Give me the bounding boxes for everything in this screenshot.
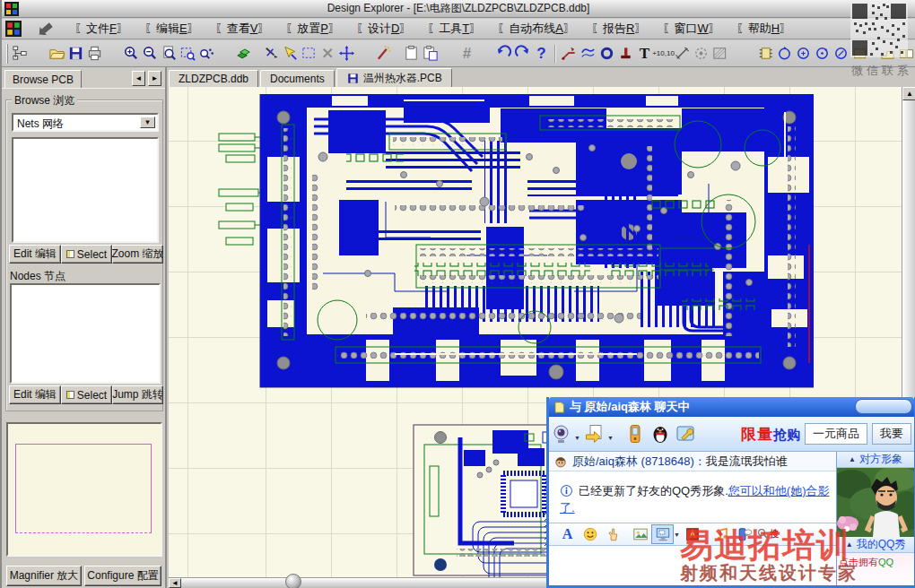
place-component-icon[interactable] — [756, 43, 775, 65]
tab-zldzpcb-ddb[interactable]: ZLDZPCB.ddb — [169, 70, 258, 87]
scroll-left-icon[interactable]: ◄ — [169, 578, 181, 588]
arc-center-icon[interactable] — [794, 43, 813, 65]
open-folder-icon[interactable] — [48, 43, 66, 65]
my-avatar-header[interactable]: ▲我的QQ秀 — [837, 537, 914, 553]
font-icon[interactable]: A — [556, 524, 579, 544]
nets-zoom-button[interactable]: Zoom 缩放 — [112, 245, 163, 264]
qq-penguin-icon[interactable] — [648, 420, 673, 447]
nodes-select-button[interactable]: Select — [61, 385, 112, 404]
browse-type-select[interactable]: Nets 网络 ▼ — [12, 113, 159, 132]
chat-title-bar[interactable]: 与 原始/aiq森林 聊天中 — [549, 397, 914, 417]
arc-edge-icon[interactable] — [775, 43, 794, 65]
menu-file[interactable]: 〖文件F〗 — [66, 19, 136, 39]
chat-window-controls[interactable] — [855, 399, 912, 414]
zoom-point-icon[interactable] — [197, 43, 216, 65]
explorer-tree-icon[interactable] — [11, 43, 30, 65]
message-phone-icon[interactable] — [734, 524, 756, 544]
ad-action-button[interactable]: 我要 — [872, 423, 911, 445]
toolbar-grip[interactable] — [6, 44, 8, 64]
menu-view[interactable]: 〖查看V〗 — [207, 19, 278, 39]
zoom-document-icon[interactable] — [160, 43, 179, 65]
undo-icon[interactable] — [494, 43, 513, 65]
title-bar[interactable]: Design Explorer - [E:\电路图\ZLDZPCB\ZLDZPC… — [2, 0, 915, 18]
place-wire-icon[interactable] — [579, 43, 597, 65]
ad-product-box[interactable]: 一元商品 — [805, 423, 867, 445]
arc-angles-icon[interactable] — [813, 43, 832, 65]
menu-edit[interactable]: 〖编辑E〗 — [136, 19, 207, 39]
scrollbar-thumb[interactable] — [285, 574, 301, 588]
nets-select-button[interactable]: Select — [61, 245, 112, 264]
menu-place[interactable]: 〖放置P〗 — [277, 19, 348, 39]
magnifier-preview[interactable] — [6, 422, 162, 557]
other-avatar-header[interactable]: ▲对方形象 — [837, 452, 914, 468]
menu-design[interactable]: 〖设计D〗 — [348, 19, 419, 39]
help-icon[interactable]: ? — [532, 43, 551, 65]
menu-tools[interactable]: 〖工具T〗 — [419, 19, 489, 39]
menu-reports[interactable]: 〖报告R〗 — [583, 19, 654, 39]
place-coordinate-icon[interactable]: +10,10 — [654, 43, 673, 65]
message-area[interactable]: 已经更新了好友的QQ秀形象.您可以和他(她)合影了. — [549, 471, 836, 523]
qq-show-promo[interactable]: 点击拥有QQ — [837, 553, 914, 585]
place-via-icon[interactable] — [597, 43, 616, 65]
webcam-icon[interactable] — [549, 420, 574, 447]
layers-icon[interactable] — [234, 43, 253, 65]
move-cross-icon[interactable] — [337, 43, 356, 65]
nodes-listbox[interactable] — [10, 283, 161, 384]
save-icon[interactable] — [66, 43, 85, 65]
place-track-icon[interactable] — [560, 43, 579, 65]
zoom-in-icon[interactable] — [122, 43, 141, 65]
search-icon[interactable]: 搜 — [756, 524, 779, 544]
emoticon-icon[interactable] — [579, 524, 601, 544]
place-room-icon[interactable] — [878, 43, 897, 65]
tab-documents[interactable]: Documents — [260, 70, 335, 87]
audio-icon[interactable] — [711, 524, 734, 544]
gesture-icon[interactable] — [601, 524, 623, 544]
menu-autoroute[interactable]: 〖自动布线A〗 — [489, 19, 583, 39]
menu-window[interactable]: 〖窗口W〗 — [654, 19, 728, 39]
measure-icon[interactable] — [673, 43, 692, 65]
menu-help[interactable]: 〖帮助H〗 — [728, 19, 799, 39]
knife-icon[interactable] — [262, 43, 281, 65]
configure-button[interactable]: Configure 配置 — [84, 566, 161, 586]
place-room-2-icon[interactable] — [897, 43, 915, 65]
chat-input-area[interactable] — [549, 546, 836, 586]
place-pad-dashed-icon[interactable] — [692, 43, 710, 65]
capture-dropdown-icon[interactable]: ▼ — [674, 532, 680, 538]
mobile-phone-icon[interactable] — [623, 420, 648, 447]
place-text-icon[interactable]: T — [635, 43, 654, 65]
nodes-edit-button[interactable]: Edit 编辑 — [9, 385, 61, 404]
settings-wrench-icon[interactable] — [673, 420, 698, 447]
image-icon[interactable] — [629, 524, 651, 544]
send-file-dropdown-icon[interactable]: ▼ — [607, 435, 614, 441]
send-file-icon[interactable] — [582, 420, 607, 447]
redo-icon[interactable] — [513, 43, 532, 65]
place-pad-icon[interactable] — [616, 43, 635, 65]
tab-browse-pcb[interactable]: Browse PCB — [4, 70, 82, 88]
magnifier-button[interactable]: Magnifier 放大 — [6, 566, 82, 586]
paste-icon[interactable] — [421, 43, 440, 65]
scroll-up-icon[interactable]: ▲ — [902, 87, 915, 100]
tab-wenzhou-heater-pcb[interactable]: 温州热水器.PCB — [336, 68, 452, 87]
tab-scroll-left-button[interactable]: ◄ — [132, 71, 145, 86]
grid-icon[interactable]: # — [458, 43, 476, 65]
print-icon[interactable] — [85, 43, 104, 65]
pointer-icon[interactable] — [281, 43, 300, 65]
place-fill-hatched-icon[interactable] — [710, 43, 729, 65]
nets-listbox[interactable] — [12, 137, 159, 243]
tab-scroll-right-button[interactable]: ► — [148, 71, 161, 86]
chevron-down-icon[interactable]: ▼ — [140, 117, 155, 128]
place-rect-fill-icon[interactable] — [850, 43, 869, 65]
nodes-jump-button[interactable]: Jump 跳转 — [112, 385, 163, 404]
menu-collapse-arrow-icon[interactable] — [36, 22, 54, 35]
font-color-icon[interactable] — [682, 524, 704, 544]
screen-capture-icon[interactable] — [651, 524, 674, 544]
nets-edit-button[interactable]: Edit 编辑 — [9, 245, 61, 264]
clipboard-icon[interactable] — [402, 43, 421, 65]
select-rect-icon[interactable] — [300, 43, 318, 65]
zoom-out-icon[interactable] — [141, 43, 160, 65]
wand-icon[interactable] — [374, 43, 393, 65]
full-circle-icon[interactable] — [832, 43, 850, 65]
zoom-area-icon[interactable] — [179, 43, 197, 65]
deselect-icon[interactable] — [318, 43, 337, 65]
webcam-dropdown-icon[interactable]: ▼ — [574, 435, 580, 441]
